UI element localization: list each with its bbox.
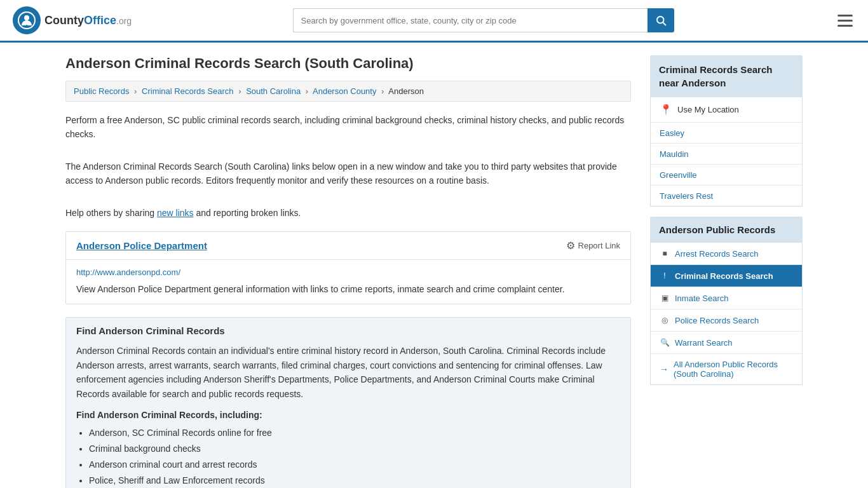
sidebar-police-records[interactable]: ◎ Police Records Search <box>651 309 802 332</box>
location-pin-icon: 📍 <box>660 104 672 116</box>
list-item: Police, Sheriff and Law Enforcement reco… <box>89 473 620 488</box>
police-dept-desc: View Anderson Police Department general … <box>76 282 620 296</box>
find-records-description: Anderson Criminal Records contain an ind… <box>76 344 620 401</box>
find-records-header: Find Anderson Criminal Records <box>66 318 630 344</box>
use-location-label[interactable]: Use My Location <box>677 105 739 114</box>
police-dept-header: Anderson Police Department ⚙ Report Link <box>66 232 630 260</box>
report-link-button[interactable]: ⚙ Report Link <box>566 240 620 252</box>
breadcrumb-anderson-county[interactable]: Anderson County <box>313 86 376 96</box>
nearby-travelers-rest-link[interactable]: Travelers Rest <box>660 191 713 201</box>
all-records-label: All Anderson Public Records (South Carol… <box>674 360 793 379</box>
sidebar-public-records-list: ■ Arrest Records Search ! Criminal Recor… <box>650 243 803 385</box>
find-records-list: Anderson, SC Criminal Records online for… <box>89 425 620 488</box>
new-links-link[interactable]: new links <box>157 208 194 218</box>
arrest-records-icon: ■ <box>660 248 670 259</box>
breadcrumb-anderson: Anderson <box>388 86 424 96</box>
find-records-body: Anderson Criminal Records contain an ind… <box>66 344 630 488</box>
intro-paragraph-2: The Anderson Criminal Records Search (So… <box>65 159 631 188</box>
breadcrumb-sep4: › <box>381 86 384 96</box>
list-item: Anderson criminal court and arrest recor… <box>89 457 620 473</box>
breadcrumb-south-carolina[interactable]: South Carolina <box>246 86 301 96</box>
svg-point-1 <box>24 15 29 20</box>
criminal-records-label: Criminal Records Search <box>675 271 773 281</box>
sidebar-nearby-list: 📍 Use My Location Easley Mauldin Greenvi… <box>650 97 803 207</box>
police-dept-url[interactable]: http://www.andersonpd.com/ <box>76 268 620 277</box>
sidebar-nearby-item-greenville[interactable]: Greenville <box>651 165 802 186</box>
sidebar-inmate-search[interactable]: ▣ Inmate Search <box>651 287 802 309</box>
sidebar-nearby-header: Criminal Records Search near Anderson <box>650 55 803 97</box>
sidebar-use-location[interactable]: 📍 Use My Location <box>651 97 802 123</box>
search-area <box>293 8 674 32</box>
help-text: Help others by sharing new links and rep… <box>65 206 631 220</box>
sidebar-nearby-item-mauldin[interactable]: Mauldin <box>651 144 802 165</box>
sidebar-public-records-header: Anderson Public Records <box>650 217 803 243</box>
nearby-easley-link[interactable]: Easley <box>660 128 684 138</box>
search-button[interactable] <box>648 8 674 32</box>
breadcrumb-sep2: › <box>238 86 241 96</box>
breadcrumb: Public Records › Criminal Records Search… <box>65 81 631 102</box>
intro-paragraph-1: Perform a free Anderson, SC public crimi… <box>65 113 631 142</box>
police-dept-section: Anderson Police Department ⚙ Report Link… <box>65 231 631 304</box>
report-link-label: Report Link <box>578 241 620 250</box>
inmate-search-icon: ▣ <box>660 293 670 303</box>
sidebar-nearby-item-easley[interactable]: Easley <box>651 123 802 144</box>
sidebar-arrest-records[interactable]: ■ Arrest Records Search <box>651 243 802 265</box>
list-item: Criminal background checks <box>89 441 620 457</box>
logo-text: CountyOffice.org <box>44 14 132 27</box>
search-input[interactable] <box>293 8 648 32</box>
sidebar-nearby-item-travelers-rest[interactable]: Travelers Rest <box>651 186 802 206</box>
report-link-icon: ⚙ <box>566 240 575 252</box>
arrest-records-label: Arrest Records Search <box>675 249 759 259</box>
breadcrumb-sep1: › <box>134 86 137 96</box>
criminal-records-icon: ! <box>660 271 670 281</box>
police-records-icon: ◎ <box>660 315 670 325</box>
sidebar-criminal-records[interactable]: ! Criminal Records Search <box>651 265 802 287</box>
arrow-right-icon: → <box>660 364 668 374</box>
list-item: Anderson, SC Criminal Records online for… <box>89 425 620 441</box>
police-records-label: Police Records Search <box>675 316 759 325</box>
menu-button[interactable] <box>835 9 855 32</box>
nearby-greenville-link[interactable]: Greenville <box>660 170 697 180</box>
nearby-mauldin-link[interactable]: Mauldin <box>660 149 689 159</box>
breadcrumb-sep3: › <box>306 86 308 96</box>
police-dept-body: http://www.andersonpd.com/ View Anderson… <box>66 260 630 304</box>
logo-icon <box>13 6 41 34</box>
sidebar: Criminal Records Search near Anderson 📍 … <box>650 55 803 488</box>
warrant-search-label: Warrant Search <box>675 338 733 348</box>
svg-line-5 <box>663 22 665 25</box>
breadcrumb-public-records[interactable]: Public Records <box>74 86 129 96</box>
find-records-section: Find Anderson Criminal Records Anderson … <box>65 317 631 488</box>
breadcrumb-criminal-records[interactable]: Criminal Records Search <box>142 86 234 96</box>
logo-area[interactable]: CountyOffice.org <box>13 6 132 34</box>
find-records-subheader: Find Anderson Criminal Records, includin… <box>76 410 620 420</box>
sidebar-warrant-search[interactable]: 🔍 Warrant Search <box>651 332 802 354</box>
police-dept-title[interactable]: Anderson Police Department <box>76 240 207 251</box>
page-title: Anderson Criminal Records Search (South … <box>65 55 631 72</box>
all-records-link[interactable]: → All Anderson Public Records (South Car… <box>651 354 802 384</box>
inmate-search-label: Inmate Search <box>675 294 729 303</box>
warrant-search-icon: 🔍 <box>660 337 670 348</box>
